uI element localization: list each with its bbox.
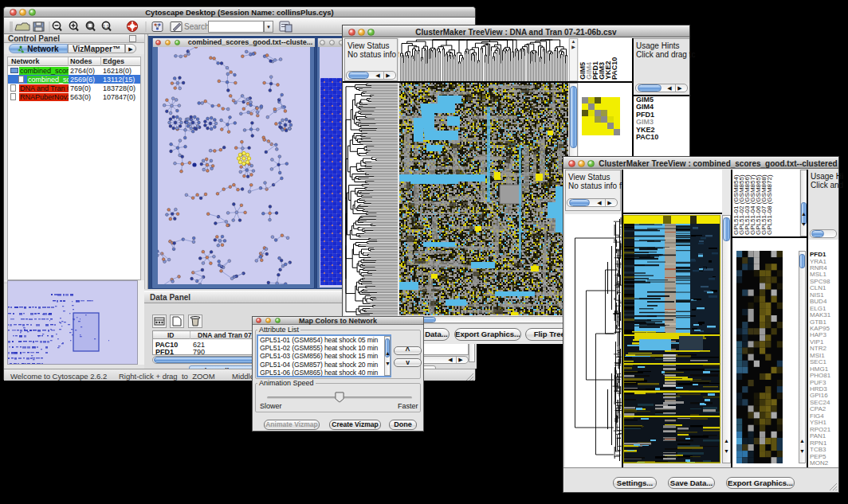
- svg-text:GPL51-08 (GSM872): GPL51-08 (GSM872): [766, 174, 773, 235]
- svg-text:PAC10: PAC10: [610, 57, 618, 80]
- svg-text:1:1: 1:1: [103, 24, 110, 29]
